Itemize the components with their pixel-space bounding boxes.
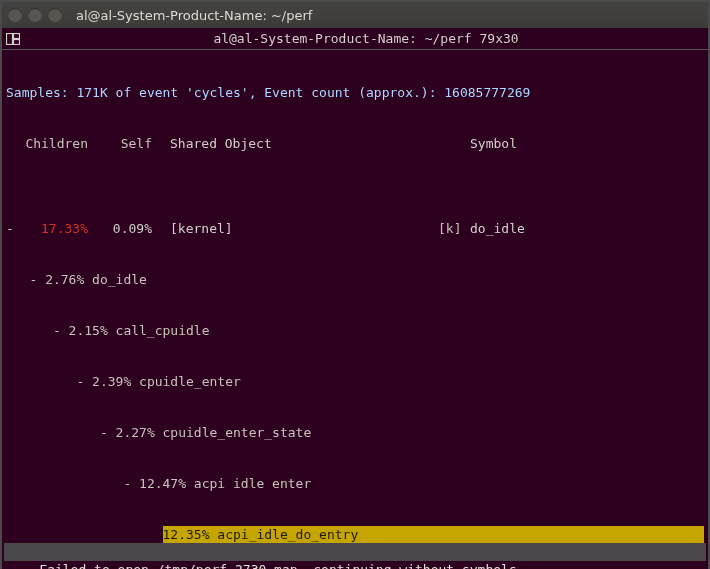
symbol: do_idle — [470, 220, 525, 237]
tree-line-highlighted[interactable]: 12.35% acpi_idle_do_entry — [6, 526, 704, 543]
minimize-icon[interactable] — [28, 8, 42, 22]
tree-line[interactable]: - 2.15% call_cpuidle — [6, 322, 704, 339]
self-pct: 0.09% — [88, 220, 152, 237]
pane-layout-icon[interactable] — [2, 29, 24, 49]
tree-line[interactable]: - 2.27% cpuidle_enter_state — [6, 424, 704, 441]
svg-rect-0 — [7, 33, 13, 44]
col-symbol: Symbol — [470, 135, 517, 152]
col-shared-object: Shared Object — [170, 135, 438, 152]
terminal-window: al@al-System-Product-Name: ~/perf al@al-… — [0, 0, 710, 569]
close-icon[interactable] — [8, 8, 22, 22]
tree-line[interactable]: - 2.39% cpuidle_enter — [6, 373, 704, 390]
table-row[interactable]: -17.33%0.09% [kernel][k]do_idle — [6, 220, 704, 237]
expand-toggle[interactable]: - — [6, 220, 20, 237]
status-message: Failed to open /tmp/perf-2730.map, conti… — [4, 543, 706, 561]
svg-rect-2 — [14, 39, 20, 44]
column-headers: ChildrenSelf Shared Object Symbol — [6, 135, 704, 152]
terminal-body[interactable]: Samples: 171K of event 'cycles', Event c… — [2, 50, 708, 569]
tree-line[interactable]: - 12.47% acpi idle enter — [6, 475, 704, 492]
window-title: al@al-System-Product-Name: ~/perf — [76, 8, 312, 23]
maximize-icon[interactable] — [48, 8, 62, 22]
symbol-tag: [k] — [438, 220, 470, 237]
children-pct: 17.33% — [20, 220, 88, 237]
tree-line[interactable]: - 2.76% do_idle — [6, 271, 704, 288]
tmux-title: al@al-System-Product-Name: ~/perf 79x30 — [24, 31, 708, 46]
samples-header: Samples: 171K of event 'cycles', Event c… — [6, 84, 704, 101]
window-titlebar[interactable]: al@al-System-Product-Name: ~/perf — [2, 2, 708, 28]
col-children: Children — [20, 135, 88, 152]
shared-object: [kernel] — [170, 220, 438, 237]
svg-rect-1 — [14, 33, 20, 38]
col-self: Self — [88, 135, 152, 152]
tmux-status-bar: al@al-System-Product-Name: ~/perf 79x30 — [2, 28, 708, 50]
highlighted-entry: 12.35% acpi_idle_do_entry — [163, 526, 704, 543]
